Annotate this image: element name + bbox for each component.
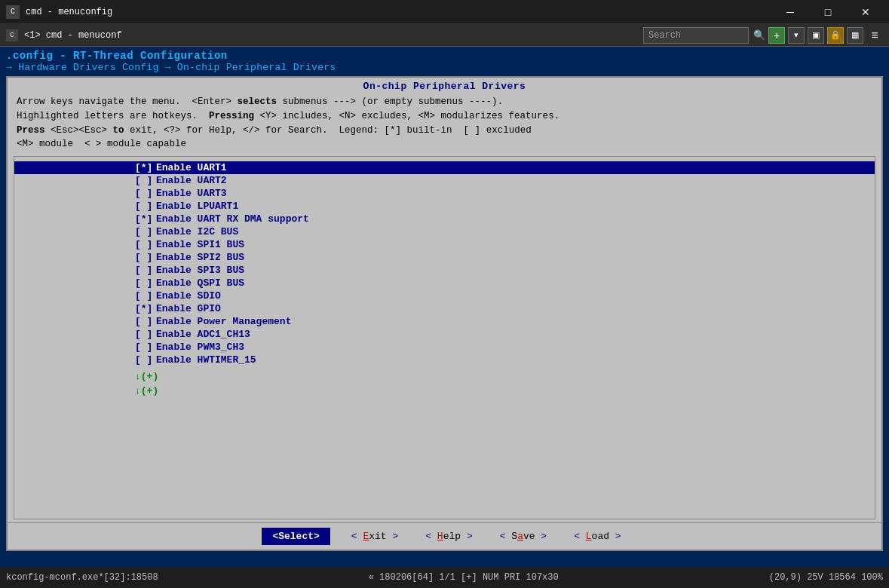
load-bracket-left: < xyxy=(574,531,586,542)
menu-item-3[interactable]: [ ] Enable LPUART1 xyxy=(14,200,875,213)
search-input[interactable] xyxy=(643,27,749,44)
window-controls: ─ □ ✕ xyxy=(773,0,883,24)
menu-item-12[interactable]: [ ] Enable Power Management xyxy=(14,315,875,328)
monitor-button[interactable]: ▣ xyxy=(808,27,824,44)
terminal: .config - RT-Thread Configuration → Hard… xyxy=(0,47,889,567)
load-hotkey: L xyxy=(586,531,592,542)
menu-item-6[interactable]: [ ] Enable SPI1 BUS xyxy=(14,238,875,251)
exit-hotkey: E xyxy=(363,531,369,542)
menu-area: [*] Enable UART1[ ] Enable UART2[ ] Enab… xyxy=(14,156,875,519)
help-bracket-right: > xyxy=(467,531,473,542)
menu-item-11[interactable]: [*] Enable GPIO xyxy=(14,302,875,315)
checkbox-2: [ ] xyxy=(135,188,156,199)
tab-bar: C <1> cmd - menuconf 🔍 + ▾ ▣ 🔒 ▦ ≡ xyxy=(0,24,889,47)
save-bracket-left: < xyxy=(500,531,512,542)
item-label-8: Enable SPI3 BUS xyxy=(156,265,244,276)
checkbox-4: [*] xyxy=(135,213,156,225)
item-label-12: Enable Power Management xyxy=(156,316,291,327)
exit-bracket-left: < xyxy=(351,531,363,542)
breadcrumb-line1: .config - RT-Thread Configuration xyxy=(6,50,883,62)
menu-item-14[interactable]: [ ] Enable PWM3_CH3 xyxy=(14,341,875,354)
checkbox-5: [ ] xyxy=(135,226,156,237)
status-right: (20,9) 25V 18564 100% xyxy=(769,572,883,583)
item-label-7: Enable SPI2 BUS xyxy=(156,252,244,263)
checkbox-11: [*] xyxy=(135,303,156,314)
menu-item-5[interactable]: [ ] Enable I2C BUS xyxy=(14,225,875,238)
select-button[interactable]: <Select> xyxy=(262,528,330,545)
menu-item-4[interactable]: [*] Enable UART RX DMA support xyxy=(14,213,875,225)
item-label-10: Enable SDIO xyxy=(156,290,221,302)
dropdown-button[interactable]: ▾ xyxy=(788,27,805,44)
menu-item-9[interactable]: [ ] Enable QSPI BUS xyxy=(14,277,875,289)
save-button[interactable]: < Save > xyxy=(494,529,553,544)
menu-item-2[interactable]: [ ] Enable UART3 xyxy=(14,187,875,200)
checkbox-9: [ ] xyxy=(135,277,156,289)
menu-item-15[interactable]: [ ] Enable HWTIMER_15 xyxy=(14,354,875,366)
tab-icon: C xyxy=(6,29,18,41)
minimize-button[interactable]: ─ xyxy=(773,0,808,24)
lock-button[interactable]: 🔒 xyxy=(827,27,844,44)
tab-title[interactable]: <1> cmd - menuconf xyxy=(24,30,637,41)
help-line-4: <M> module < > module capable xyxy=(17,137,872,152)
checkbox-1: [ ] xyxy=(135,175,156,186)
item-label-5: Enable I2C BUS xyxy=(156,226,238,237)
checkbox-12: [ ] xyxy=(135,316,156,327)
down-arrow: ↓(+) xyxy=(14,385,875,400)
item-label-0: Enable UART1 xyxy=(156,162,227,173)
checkbox-8: [ ] xyxy=(135,265,156,276)
checkbox-7: [ ] xyxy=(135,252,156,263)
item-label-2: Enable UART3 xyxy=(156,188,227,199)
load-bracket-right: > xyxy=(615,531,621,542)
save-hotkey: a xyxy=(517,531,523,542)
help-button[interactable]: < Help > xyxy=(419,529,478,544)
search-icon: 🔍 xyxy=(753,29,765,41)
exit-bracket-right: > xyxy=(392,531,398,542)
add-tab-button[interactable]: + xyxy=(768,27,785,44)
checkbox-10: [ ] xyxy=(135,290,156,302)
breadcrumb-area: .config - RT-Thread Configuration → Hard… xyxy=(0,47,889,75)
window-title: cmd - menuconfig xyxy=(26,7,767,17)
checkbox-3: [ ] xyxy=(135,201,156,212)
help-bracket-left: < xyxy=(425,531,437,542)
checkbox-6: [ ] xyxy=(135,239,156,250)
breadcrumb-line2: → Hardware Drivers Config → On-chip Peri… xyxy=(6,62,883,73)
menu-list: [*] Enable UART1[ ] Enable UART2[ ] Enab… xyxy=(14,157,875,371)
save-bracket-right: > xyxy=(541,531,547,542)
menu-item-7[interactable]: [ ] Enable SPI2 BUS xyxy=(14,251,875,264)
menu-button[interactable]: ≡ xyxy=(866,27,883,44)
item-label-15: Enable HWTIMER_15 xyxy=(156,354,256,366)
menu-item-0[interactable]: [*] Enable UART1 xyxy=(14,161,875,174)
item-label-4: Enable UART RX DMA support xyxy=(156,213,309,225)
item-label-1: Enable UART2 xyxy=(156,175,227,186)
checkbox-0: [*] xyxy=(135,162,156,173)
checkbox-14: [ ] xyxy=(135,341,156,353)
help-hotkey: H xyxy=(437,531,443,542)
app-icon: C xyxy=(6,5,20,19)
status-bar: kconfig-mconf.exe*[32]:18508 « 180206[64… xyxy=(0,567,889,588)
config-panel: On-chip Peripheral Drivers Arrow keys na… xyxy=(6,76,883,551)
checkbox-13: [ ] xyxy=(135,329,156,340)
menu-item-1[interactable]: [ ] Enable UART2 xyxy=(14,174,875,187)
menu-item-10[interactable]: [ ] Enable SDIO xyxy=(14,289,875,302)
status-center: « 180206[64] 1/1 [+] NUM PRI 107x30 xyxy=(369,572,559,583)
menu-item-8[interactable]: [ ] Enable SPI3 BUS xyxy=(14,264,875,277)
load-button[interactable]: < Load > xyxy=(568,529,627,544)
search-area: 🔍 + ▾ ▣ 🔒 ▦ ≡ xyxy=(643,27,883,44)
exit-button[interactable]: < Exit > xyxy=(345,529,404,544)
item-label-14: Enable PWM3_CH3 xyxy=(156,341,244,353)
item-label-9: Enable QSPI BUS xyxy=(156,277,244,289)
item-label-3: Enable LPUART1 xyxy=(156,201,238,212)
title-bar: C cmd - menuconfig ─ □ ✕ xyxy=(0,0,889,24)
menu-item-13[interactable]: [ ] Enable ADC1_CH13 xyxy=(14,328,875,341)
help-line-2: Highlighted letters are hotkeys. Pressin… xyxy=(17,109,872,124)
item-label-11: Enable GPIO xyxy=(156,303,221,314)
help-line-3: Press <Esc><Esc> to exit, <?> for Help, … xyxy=(17,124,872,138)
maximize-button[interactable]: □ xyxy=(811,0,845,24)
grid-button[interactable]: ▦ xyxy=(847,27,863,44)
help-text: Arrow keys navigate the menu. <Enter> se… xyxy=(8,93,881,153)
checkbox-15: [ ] xyxy=(135,354,156,366)
button-bar: <Select> < Exit > < Help > < Save > < Lo… xyxy=(8,522,881,550)
status-left: kconfig-mconf.exe*[32]:18508 xyxy=(6,572,158,583)
item-label-6: Enable SPI1 BUS xyxy=(156,239,244,250)
close-button[interactable]: ✕ xyxy=(848,0,883,24)
